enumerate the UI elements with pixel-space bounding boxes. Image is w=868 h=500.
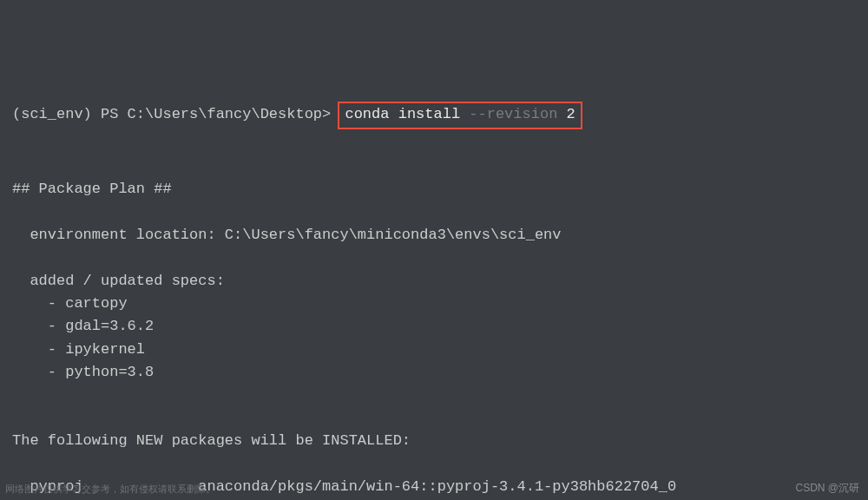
spec-item: - ipykernel [12, 341, 145, 358]
specs-header: added / updated specs: [12, 273, 225, 289]
command-prompt-line[interactable]: (sci_env) PS C:\Users\fancy\Desktop> con… [12, 102, 856, 128]
new-packages-header: The following NEW packages will be INSTA… [12, 432, 411, 449]
spec-item: - gdal=3.6.2 [12, 318, 154, 334]
watermark-right: CSDN @沉研 [795, 480, 859, 497]
spec-item: - python=3.8 [12, 364, 154, 380]
package-plan-header: ## Package Plan ## [12, 181, 172, 197]
prompt-prefix: (sci_env) PS C:\Users\fancy\Desktop> [12, 106, 339, 122]
spec-item: - cartopy [12, 295, 128, 312]
env-location: environment location: C:\Users\fancy\min… [12, 227, 562, 243]
command-flag: --revision [469, 106, 557, 122]
command-arg: 2 [557, 106, 575, 122]
command-name: conda [345, 106, 389, 122]
highlighted-command: conda install --revision 2 [338, 102, 582, 128]
command-subcommand: install [389, 106, 469, 122]
watermark-left: 网络图片仅供学习交参考，如有侵权请联系删除。 [5, 482, 215, 497]
terminal-output: ## Package Plan ## environment location:… [12, 155, 856, 500]
